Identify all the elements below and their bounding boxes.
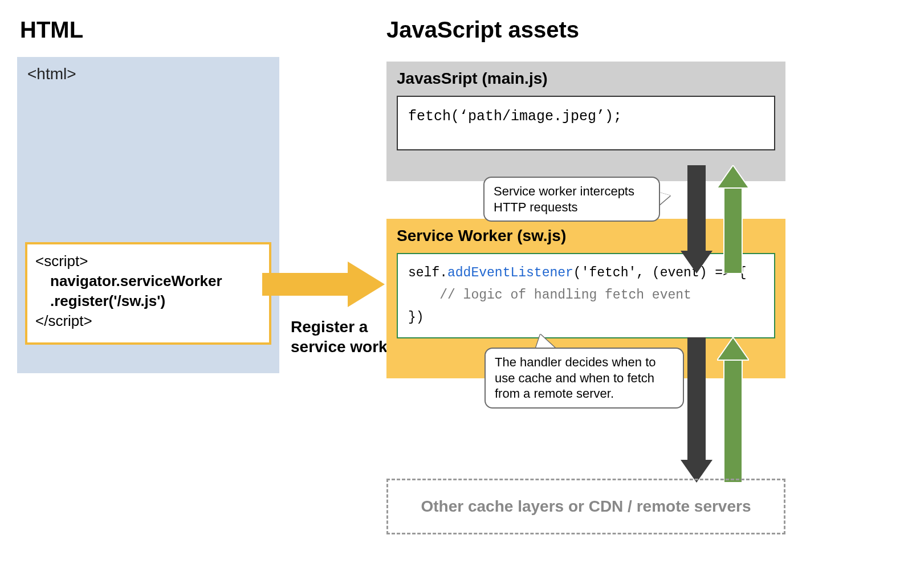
arrow-up-servers-to-sw-icon bbox=[717, 337, 749, 483]
callout-intercept-line2: HTTP requests bbox=[494, 200, 578, 214]
script-line1: navigator.serviceWorker bbox=[35, 271, 261, 291]
svg-marker-4 bbox=[717, 165, 749, 188]
callout-handler-line2: use cache and when to fetch bbox=[495, 371, 654, 385]
svg-rect-1 bbox=[687, 165, 706, 251]
callout-handler-tail-icon bbox=[536, 334, 555, 348]
mainjs-title: JavasSript (main.js) bbox=[397, 70, 775, 88]
script-open-tag: <script> bbox=[35, 252, 88, 270]
script-close-tag: </script> bbox=[35, 312, 92, 329]
servers-label: Other cache layers or CDN / remote serve… bbox=[421, 497, 751, 516]
svg-marker-8 bbox=[717, 337, 749, 360]
sw-code-prefix: self. bbox=[408, 266, 447, 280]
sw-code-comment: // logic of handling fetch event bbox=[408, 288, 691, 303]
svg-rect-5 bbox=[687, 337, 706, 460]
mainjs-panel: JavasSript (main.js) fetch(‘path/image.j… bbox=[386, 62, 785, 181]
script-block: <script> navigator.serviceWorker .regist… bbox=[25, 242, 271, 345]
svg-rect-3 bbox=[724, 188, 742, 273]
arrow-down-sw-to-servers-icon bbox=[681, 337, 712, 483]
register-label-line1: Register a bbox=[291, 318, 368, 336]
sw-code-method: addEventListener bbox=[447, 266, 573, 280]
callout-intercept-line1: Service worker intercepts bbox=[494, 184, 634, 198]
heading-js-assets: JavaScript assets bbox=[386, 17, 579, 43]
arrow-up-sw-to-main-icon bbox=[717, 165, 749, 273]
sw-code-end: }) bbox=[408, 310, 424, 325]
html-panel: <html> <script> navigator.serviceWorker … bbox=[17, 57, 279, 373]
servers-box: Other cache layers or CDN / remote serve… bbox=[386, 479, 785, 534]
html-open-tag: <html> bbox=[27, 65, 76, 83]
callout-handler-line3: from a remote server. bbox=[495, 386, 614, 401]
register-label: Register a service worker bbox=[291, 317, 402, 357]
svg-rect-7 bbox=[724, 360, 742, 483]
script-line2: .register('/sw.js') bbox=[35, 291, 261, 311]
callout-handler-line1: The handler decides when to bbox=[495, 355, 656, 369]
svg-marker-0 bbox=[262, 262, 385, 307]
arrow-down-main-to-sw-icon bbox=[681, 165, 712, 273]
register-label-line2: service worker bbox=[291, 338, 402, 356]
svg-marker-2 bbox=[681, 251, 712, 273]
heading-html: HTML bbox=[20, 17, 83, 43]
callout-handler: The handler decides when to use cache an… bbox=[484, 348, 684, 409]
register-arrow-icon bbox=[262, 259, 385, 310]
callout-intercept: Service worker intercepts HTTP requests bbox=[483, 177, 660, 222]
mainjs-code: fetch(‘path/image.jpeg’); bbox=[397, 96, 775, 150]
